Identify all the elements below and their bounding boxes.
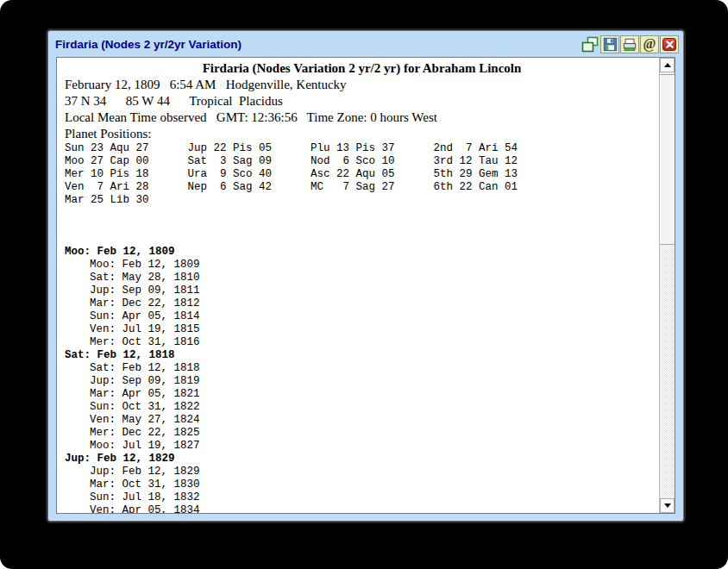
blank-gap [65, 207, 659, 246]
firdaria-subperiod-row: Sun: Jul 18, 1832 [65, 491, 659, 504]
firdaria-subperiod-row: Moo: Feb 12, 1809 [65, 259, 659, 272]
report-content-area: Firdaria (Nodes Variation 2 yr/2 yr) for… [56, 57, 675, 514]
close-icon [662, 38, 676, 51]
firdaria-subperiod-row: Mer: Dec 22, 1825 [65, 427, 659, 440]
firdaria-subperiod-row: Sun: Apr 05, 1814 [65, 310, 659, 323]
firdaria-subperiod-row: Ven: Apr 05, 1834 [65, 504, 659, 513]
coordinates-line: 37 N 34 85 W 44 Tropical Placidus [65, 93, 659, 109]
firdaria-period-header: Sat: Feb 12, 1818 [65, 349, 659, 362]
scroll-up-icon [664, 63, 671, 67]
save-button[interactable] [600, 35, 619, 53]
close-button[interactable] [660, 35, 679, 53]
firdaria-subperiod-row: Jup: Sep 09, 1819 [65, 375, 659, 388]
firdaria-period-header: Moo: Feb 12, 1809 [65, 246, 659, 259]
planet-positions-row: Mer 10 Pis 18 Ura 9 Sco 40 Asc 22 Aqu 05… [65, 168, 659, 181]
firdaria-subperiod-row: Jup: Feb 12, 1829 [65, 466, 659, 478]
firdaria-subperiod-row: Sat: Feb 12, 1818 [65, 362, 659, 375]
firdaria-subperiod-row: Sun: Oct 31, 1822 [65, 401, 659, 414]
new-window-button[interactable] [581, 35, 599, 53]
scroll-down-icon [664, 503, 671, 508]
planet-positions-row: Mar 25 Lib 30 [65, 194, 659, 207]
planet-positions-row: Moo 27 Cap 00 Sat 3 Sag 09 Nod 6 Sco 10 … [65, 155, 659, 168]
app-window: Firdaria (Nodes 2 yr/2yr Variation) [47, 30, 684, 522]
firdaria-subperiod-row: Mar: Oct 31, 1830 [65, 478, 659, 491]
firdaria-subperiod-row: Ven: Jul 19, 1815 [65, 323, 659, 336]
firdaria-subperiod-row: Moo: Jul 19, 1827 [65, 440, 659, 453]
planet-positions-label: Planet Positions: [65, 126, 659, 142]
firdaria-subperiod-row: Jup: Sep 09, 1811 [65, 284, 659, 297]
scrollbar-thumb[interactable] [660, 74, 675, 245]
print-button[interactable] [620, 35, 639, 53]
scroll-up-button[interactable] [660, 58, 675, 72]
planet-positions-row: Ven 7 Ari 28 Nep 6 Sag 42 MC 7 Sag 27 6t… [65, 181, 659, 194]
titlebar-toolbar: @ [581, 35, 679, 53]
birth-data-line: February 12, 1809 6:54 AM Hodgenville, K… [65, 77, 659, 93]
report-title: Firdaria (Nodes Variation 2 yr/2 yr) for… [65, 60, 659, 77]
firdaria-period-header: Jup: Feb 12, 1829 [65, 453, 659, 466]
report-text: Firdaria (Nodes Variation 2 yr/2 yr) for… [57, 58, 659, 513]
firdaria-subperiod-row: Mar: Dec 22, 1812 [65, 297, 659, 310]
screenshot-background: Firdaria (Nodes 2 yr/2yr Variation) [0, 0, 728, 569]
scroll-down-button[interactable] [660, 498, 675, 513]
window-title: Firdaria (Nodes 2 yr/2yr Variation) [55, 38, 242, 51]
window-titlebar[interactable]: Firdaria (Nodes 2 yr/2yr Variation) [48, 31, 683, 57]
email-button[interactable]: @ [640, 35, 659, 53]
overlapping-windows-icon [581, 36, 599, 53]
firdaria-subperiod-row: Sat: May 28, 1810 [65, 272, 659, 284]
time-zone-line: Local Mean Time observed GMT: 12:36:56 T… [65, 109, 659, 126]
planet-positions-row: Sun 23 Aqu 27 Jup 22 Pis 05 Plu 13 Pis 3… [65, 142, 659, 155]
save-icon [603, 37, 618, 52]
firdaria-subperiod-row: Mar: Apr 05, 1821 [65, 388, 659, 401]
firdaria-subperiod-row: Ven: May 27, 1824 [65, 414, 659, 427]
firdaria-subperiod-row: Mer: Oct 31, 1816 [65, 336, 659, 349]
printer-icon [622, 37, 637, 52]
scrollbar-track[interactable] [660, 72, 675, 498]
email-at-icon: @ [643, 37, 656, 51]
vertical-scrollbar[interactable] [659, 58, 675, 513]
